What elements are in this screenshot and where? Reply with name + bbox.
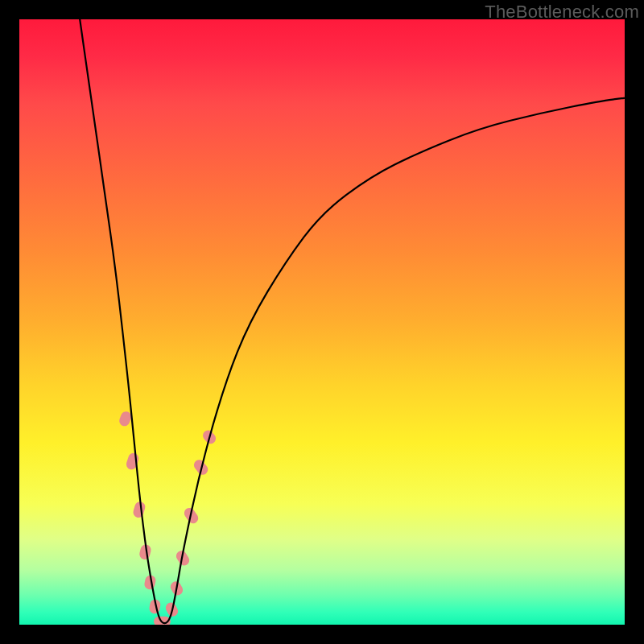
bottleneck-curve	[80, 19, 625, 623]
curve-layer	[19, 19, 625, 625]
marker-group	[118, 410, 217, 625]
data-marker	[125, 452, 140, 471]
chart-frame	[19, 19, 625, 625]
data-marker	[132, 501, 147, 519]
watermark-text: TheBottleneck.com	[485, 2, 639, 23]
